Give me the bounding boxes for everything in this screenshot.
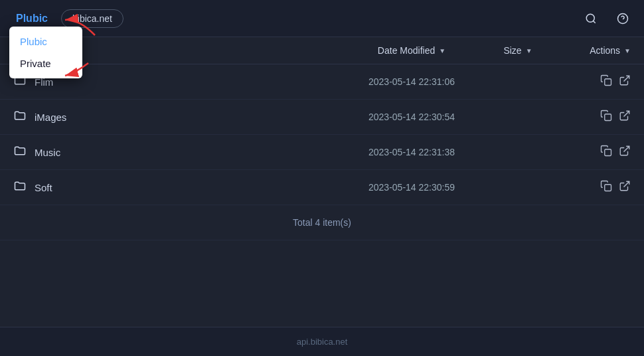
footer-api-label: api.bibica.net xyxy=(297,337,348,347)
column-size-label: Size xyxy=(503,45,521,56)
search-button[interactable] xyxy=(580,8,602,29)
table-row: Music 2023-05-14 22:31:38 xyxy=(0,135,644,170)
row-file-2: Music xyxy=(13,144,339,160)
date-sort-icon: ▼ xyxy=(439,47,445,54)
header: Plubic bibica.net Plubic Private xyxy=(0,0,644,37)
svg-rect-12 xyxy=(605,184,611,191)
actions-sort-icon: ▼ xyxy=(624,47,631,54)
copy-icon-0[interactable] xyxy=(600,74,612,90)
svg-rect-6 xyxy=(605,78,611,85)
row-file-3: Soft xyxy=(13,179,339,195)
open-icon-3[interactable] xyxy=(619,180,631,195)
help-button[interactable] xyxy=(612,8,633,29)
table-row: Soft 2023-05-14 22:30:59 xyxy=(0,170,644,205)
svg-line-7 xyxy=(624,76,629,81)
size-sort-icon: ▼ xyxy=(526,47,532,54)
row-actions-0 xyxy=(551,74,631,90)
row-actions-2 xyxy=(551,145,631,160)
footer: api.bibica.net xyxy=(0,327,644,356)
svg-line-1 xyxy=(593,21,595,23)
site-button[interactable]: bibica.net xyxy=(61,9,123,28)
open-icon-1[interactable] xyxy=(619,110,631,125)
svg-point-0 xyxy=(586,14,594,22)
table-body: Flim 2023-05-14 22:31:06 xyxy=(0,64,644,205)
column-actions[interactable]: Actions ▼ xyxy=(551,45,631,56)
help-icon xyxy=(617,13,629,25)
column-date[interactable]: Date Modified ▼ xyxy=(339,45,485,56)
row-actions-1 xyxy=(551,110,631,125)
table-header: File ▼ Date Modified ▼ Size ▼ Actions ▼ xyxy=(0,37,644,64)
copy-icon-3[interactable] xyxy=(600,180,612,195)
header-right xyxy=(580,8,633,29)
brand-button[interactable]: Plubic xyxy=(11,10,53,27)
row-date-1: 2023-05-14 22:30:54 xyxy=(339,112,485,122)
svg-line-9 xyxy=(624,111,629,116)
table-row: Flim 2023-05-14 22:31:06 xyxy=(0,64,644,100)
folder-icon xyxy=(13,109,27,125)
folder-icon xyxy=(13,144,27,160)
column-actions-label: Actions xyxy=(590,45,620,56)
dropdown-item-private[interactable]: Private xyxy=(9,52,82,74)
row-filename: iMages xyxy=(35,112,66,123)
header-left: Plubic bibica.net xyxy=(11,9,123,28)
folder-icon xyxy=(13,179,27,195)
svg-line-11 xyxy=(624,146,629,151)
total-label: Total 4 item(s) xyxy=(293,217,351,228)
row-filename: Music xyxy=(35,147,60,158)
search-icon xyxy=(585,13,597,25)
column-date-label: Date Modified xyxy=(378,45,435,56)
column-size[interactable]: Size ▼ xyxy=(485,45,551,56)
open-icon-2[interactable] xyxy=(619,145,631,160)
row-filename: Soft xyxy=(35,182,52,193)
copy-icon-2[interactable] xyxy=(600,145,612,160)
dropdown-item-plubic[interactable]: Plubic xyxy=(9,31,82,52)
row-file-1: iMages xyxy=(13,109,339,125)
svg-rect-8 xyxy=(605,114,611,120)
copy-icon-1[interactable] xyxy=(600,110,612,125)
dropdown-popup: Plubic Private xyxy=(9,27,82,78)
row-date-2: 2023-05-14 22:31:38 xyxy=(339,147,485,157)
row-date-0: 2023-05-14 22:31:06 xyxy=(339,76,485,87)
row-date-3: 2023-05-14 22:30:59 xyxy=(339,182,485,193)
total-row: Total 4 item(s) xyxy=(0,205,644,240)
svg-rect-10 xyxy=(605,149,611,155)
row-actions-3 xyxy=(551,180,631,195)
svg-line-13 xyxy=(624,181,629,187)
open-icon-0[interactable] xyxy=(619,74,631,90)
table-row: iMages 2023-05-14 22:30:54 xyxy=(0,100,644,135)
